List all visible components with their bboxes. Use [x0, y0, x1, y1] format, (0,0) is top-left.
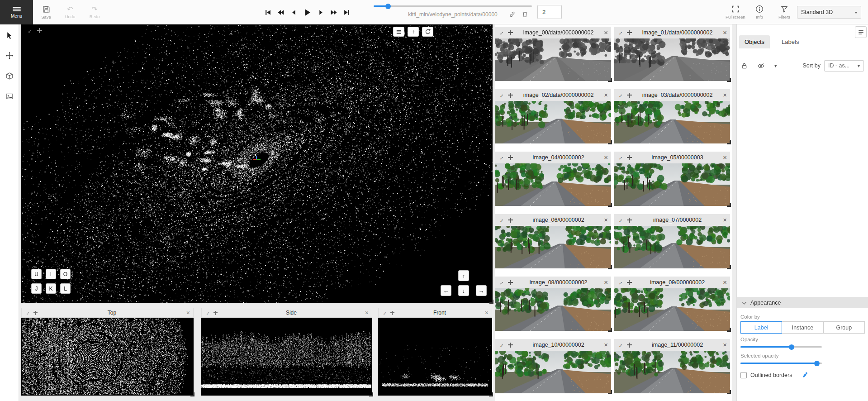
expand-icon[interactable]: ↔	[616, 91, 624, 99]
close-icon[interactable]: ×	[365, 309, 369, 316]
lock-icon[interactable]	[741, 62, 748, 69]
add-object-button[interactable]: +	[408, 27, 419, 37]
hotkey-u[interactable]: U	[31, 269, 42, 279]
top-view-canvas[interactable]	[21, 318, 193, 395]
previous-frame-button[interactable]	[290, 9, 297, 16]
move-panel-icon[interactable]	[508, 280, 513, 285]
resize-handle[interactable]	[608, 140, 612, 144]
color-by-label-option[interactable]: Label	[740, 321, 782, 334]
hotkey-i[interactable]: I	[46, 269, 56, 279]
move-panel-icon[interactable]	[508, 343, 513, 348]
expand-icon[interactable]: ↔	[497, 91, 505, 99]
appearance-header[interactable]: Appearance	[737, 297, 868, 308]
move-panel-icon[interactable]	[627, 93, 632, 98]
close-icon[interactable]: ×	[723, 217, 727, 223]
camera-image[interactable]	[495, 351, 611, 393]
expand-icon[interactable]: ↔	[497, 153, 505, 162]
resize-handle[interactable]	[608, 390, 612, 394]
front-view-canvas[interactable]	[378, 318, 491, 395]
move-panel-icon[interactable]	[627, 30, 632, 35]
panel-toggle-button[interactable]	[855, 26, 867, 38]
hotkey-l[interactable]: L	[60, 283, 71, 294]
link-icon[interactable]	[509, 11, 516, 18]
close-icon[interactable]: ×	[723, 92, 727, 98]
undo-button[interactable]: ↶ Undo	[61, 0, 79, 24]
camera-image[interactable]	[614, 38, 730, 81]
move-panel-icon[interactable]	[627, 280, 632, 285]
close-icon[interactable]: ×	[604, 279, 608, 286]
tab-labels[interactable]: Labels	[776, 35, 804, 48]
close-icon[interactable]: ×	[604, 154, 608, 161]
sort-select[interactable]: ID - as... ▾	[824, 60, 864, 72]
resize-handle[interactable]	[727, 328, 731, 332]
expand-icon[interactable]: ↔	[616, 216, 624, 224]
expand-icon[interactable]: ↔	[25, 26, 33, 34]
view-menu-button[interactable]	[393, 27, 404, 37]
skip-to-end-button[interactable]	[343, 9, 350, 16]
move-panel-icon[interactable]	[508, 155, 513, 160]
expand-icon[interactable]: ↔	[497, 216, 505, 224]
camera-image[interactable]	[614, 226, 730, 268]
close-icon[interactable]: ×	[723, 29, 727, 36]
fast-forward-button[interactable]	[330, 9, 337, 16]
filter-dropdown-icon[interactable]: ▾	[774, 63, 777, 69]
expand-icon[interactable]: ↔	[380, 309, 388, 317]
slider-handle[interactable]	[385, 4, 391, 9]
pan-up-button[interactable]: ↑	[458, 270, 469, 281]
resize-handle[interactable]	[727, 78, 731, 82]
timeline-slider[interactable]	[374, 3, 532, 9]
save-button[interactable]: Save	[37, 0, 55, 24]
resize-handle[interactable]	[608, 78, 612, 82]
expand-icon[interactable]: ↔	[204, 309, 211, 317]
view-mode-select[interactable]: Standard 3D ▾	[797, 6, 861, 19]
filters-button[interactable]: Filters	[774, 0, 794, 24]
move-panel-icon[interactable]	[33, 311, 38, 315]
expand-icon[interactable]: ↔	[497, 278, 505, 286]
resize-handle[interactable]	[489, 392, 493, 396]
expand-icon[interactable]: ↔	[497, 341, 505, 349]
pan-left-button[interactable]: ←	[441, 285, 451, 296]
close-icon[interactable]: ×	[186, 309, 190, 316]
close-icon[interactable]: ×	[723, 154, 727, 161]
camera-image[interactable]	[495, 101, 611, 143]
camera-image[interactable]	[495, 163, 611, 206]
move-panel-icon[interactable]	[390, 311, 394, 315]
redo-button[interactable]: ↷ Redo	[85, 0, 104, 24]
close-icon[interactable]: ×	[604, 92, 608, 98]
slider-handle[interactable]	[789, 344, 794, 350]
resize-handle[interactable]	[727, 390, 731, 394]
move-panel-icon[interactable]	[37, 28, 42, 33]
expand-icon[interactable]: ↔	[616, 278, 624, 286]
resize-handle[interactable]	[190, 392, 194, 396]
resize-handle[interactable]	[608, 328, 612, 332]
next-frame-button[interactable]	[318, 9, 324, 16]
color-by-group-option[interactable]: Group	[824, 321, 865, 334]
info-button[interactable]: Info	[751, 0, 768, 24]
resize-handle[interactable]	[608, 203, 612, 207]
hide-all-icon[interactable]	[757, 62, 765, 70]
frame-number-input[interactable]	[537, 5, 562, 19]
opacity-slider[interactable]	[740, 344, 822, 350]
color-by-instance-option[interactable]: Instance	[782, 321, 823, 334]
expand-icon[interactable]: ↔	[497, 29, 505, 37]
pan-right-button[interactable]: →	[476, 285, 487, 296]
move-tool-button[interactable]	[2, 48, 17, 64]
camera-image[interactable]	[495, 288, 611, 331]
close-icon[interactable]: ×	[723, 279, 727, 286]
image-tool-button[interactable]	[2, 88, 17, 105]
move-panel-icon[interactable]	[627, 343, 632, 348]
move-panel-icon[interactable]	[508, 218, 513, 223]
camera-image[interactable]	[614, 288, 730, 331]
skip-to-start-button[interactable]	[265, 9, 271, 16]
selected-opacity-slider[interactable]	[740, 360, 822, 366]
resize-handle[interactable]	[727, 265, 731, 269]
hotkey-o[interactable]: O	[60, 269, 71, 279]
expand-icon[interactable]: ↔	[616, 153, 624, 162]
outlined-borders-checkbox[interactable]	[740, 372, 747, 378]
expand-icon[interactable]: ↔	[616, 29, 624, 37]
resize-handle[interactable]	[608, 265, 612, 269]
hotkey-j[interactable]: J	[31, 283, 42, 294]
camera-image[interactable]	[614, 101, 730, 143]
camera-image[interactable]	[495, 226, 611, 268]
tab-objects[interactable]: Objects	[739, 35, 770, 48]
